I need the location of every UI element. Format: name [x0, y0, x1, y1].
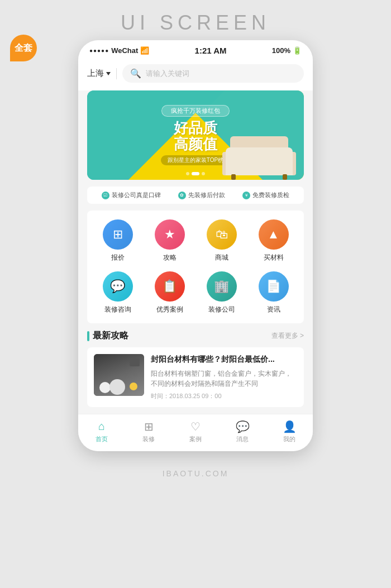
- green-bar-accent: [87, 331, 89, 341]
- icon-label-maicailiao: 买材料: [264, 253, 284, 262]
- article-card[interactable]: 封阳台材料有哪些？封阳台最低价... 阳台材料有钢塑门窗，铝合金窗户，实木窗户，…: [87, 347, 304, 407]
- banner-sofa-illustration: [220, 130, 298, 180]
- trust-item-1: ☑ 装修公司真是口碑: [102, 191, 161, 199]
- icon-label-shangcheng: 商城: [215, 253, 228, 262]
- nav-item-cases[interactable]: ♡ 案例: [179, 420, 212, 443]
- icon-item-company[interactable]: 🏢 装修公司: [199, 271, 244, 314]
- nav-label-decoration: 装修: [142, 435, 155, 443]
- icon-item-baojia[interactable]: ⊞ 报价: [96, 219, 140, 262]
- icon-item-zixun2[interactable]: 📄 资讯: [251, 271, 296, 314]
- icon-item-gonglue[interactable]: ★ 攻略: [147, 219, 192, 262]
- dot-1: [186, 172, 189, 175]
- city-selector[interactable]: 上海: [87, 68, 111, 79]
- status-time: 1:21 AM: [195, 46, 227, 55]
- section-header: 最新攻略 查看更多 >: [78, 330, 313, 347]
- status-left: ●●●●● WeChat 📶: [89, 46, 149, 55]
- sofa-body: [226, 147, 293, 175]
- icon-circle-maicailiao: ▲: [259, 219, 289, 250]
- banner-tag: 疯抢千万装修红包: [161, 105, 230, 117]
- icon-label-company: 装修公司: [208, 305, 235, 314]
- search-divider: [116, 68, 117, 79]
- icon-circle-anli: 📋: [155, 271, 185, 302]
- thumbnail-circle2: [109, 379, 125, 395]
- icon-label-gonglue: 攻略: [163, 253, 177, 262]
- icon-item-shangcheng[interactable]: 🛍 商城: [199, 219, 244, 262]
- badge-container: 全套: [10, 35, 37, 61]
- icon-label-anli: 优秀案例: [156, 305, 183, 314]
- icon-circle-baojia: ⊞: [103, 219, 133, 250]
- icon-item-anli[interactable]: 📋 优秀案例: [147, 271, 192, 314]
- thumbnail-yellow: [130, 383, 137, 390]
- article-img-inner: [94, 354, 144, 396]
- icon-circle-zixun: 💬: [103, 271, 133, 302]
- section-more-link[interactable]: 查看更多 >: [271, 331, 304, 341]
- badge: 全套: [10, 35, 37, 61]
- banner[interactable]: 疯抢千万装修红包 好品质 高颜值 跟别星主的家装TOP榜: [87, 90, 304, 180]
- icon-item-maicailiao[interactable]: ▲ 买材料: [251, 219, 296, 262]
- trust-text-2: 先装修后付款: [188, 191, 225, 199]
- search-icon: 🔍: [130, 68, 141, 79]
- battery-icon: 🔋: [293, 46, 302, 55]
- icon-circle-shangcheng: 🛍: [207, 219, 237, 250]
- carrier-text: WeChat: [111, 46, 138, 55]
- nav-item-home[interactable]: ⌂ 首页: [85, 420, 118, 443]
- messages-icon: 💬: [236, 420, 249, 433]
- icon-grid: ⊞ 报价 ★ 攻略 🛍 商城 ▲ 买材料 💬: [87, 211, 304, 323]
- article-content: 封阳台材料有哪些？封阳台最低价... 阳台材料有钢塑门窗，铝合金窗户，实木窗户，…: [151, 354, 297, 400]
- trust-text-3: 免费装修质检: [252, 191, 289, 199]
- section-title: 最新攻略: [87, 330, 128, 342]
- sofa-leg-right: [283, 174, 287, 180]
- article-title: 封阳台材料有哪些？封阳台最低价...: [151, 354, 297, 365]
- icon-label-zixun2: 资讯: [267, 305, 280, 314]
- profile-icon: 👤: [283, 420, 296, 433]
- nav-item-profile[interactable]: 👤 我的: [273, 420, 306, 443]
- icon-circle-company: 🏢: [207, 271, 237, 302]
- article-thumbnail: [94, 354, 144, 396]
- bottom-nav: ⌂ 首页 ⊞ 装修 ♡ 案例 💬 消息 👤 我的: [78, 414, 313, 451]
- trust-icon-3: ¥: [242, 192, 250, 199]
- icon-label-baojia: 报价: [111, 253, 125, 262]
- nav-item-messages[interactable]: 💬 消息: [226, 420, 259, 443]
- thumbnail-rect: [130, 358, 140, 366]
- dot-2-active: [192, 172, 199, 175]
- phone-frame: ●●●●● WeChat 📶 1:21 AM 100% 🔋 上海 🔍 请输入关键…: [78, 40, 313, 451]
- trust-item-3: ¥ 免费装修质检: [242, 191, 289, 199]
- thumbnail-circle1: [99, 382, 111, 393]
- nav-label-messages: 消息: [236, 435, 249, 443]
- nav-label-home: 首页: [96, 435, 108, 443]
- wifi-icon: 📶: [140, 46, 149, 55]
- cases-icon: ♡: [189, 420, 202, 433]
- trust-icon-1: ☑: [102, 192, 109, 199]
- article-description: 阳台材料有钢塑门窗，铝合金窗户，实木窗户，不同的材料会对隔热和隔音产生不同: [151, 369, 297, 389]
- status-bar: ●●●●● WeChat 📶 1:21 AM 100% 🔋: [78, 40, 313, 59]
- sofa-leg-left: [231, 174, 236, 180]
- article-time: 时间：2018.03.25 09：00: [151, 392, 297, 400]
- icon-circle-zixun2: 📄: [259, 271, 289, 302]
- trust-text-1: 装修公司真是口碑: [112, 191, 161, 199]
- signal-dots: ●●●●●: [89, 47, 109, 54]
- search-input-area[interactable]: 🔍 请输入关键词: [122, 64, 304, 83]
- nav-item-decoration[interactable]: ⊞ 装修: [132, 420, 165, 443]
- section-title-text: 最新攻略: [93, 330, 128, 342]
- search-bar: 上海 🔍 请输入关键词: [78, 59, 313, 90]
- home-icon: ⌂: [95, 420, 108, 433]
- icon-row-2: 💬 装修咨询 📋 优秀案例 🏢 装修公司 📄 资讯: [92, 271, 299, 314]
- icon-item-zixun[interactable]: 💬 装修咨询: [96, 271, 140, 314]
- page-title: UI SCREEN: [0, 0, 391, 40]
- dot-3: [202, 172, 205, 175]
- banner-dots: [186, 172, 205, 175]
- chevron-down-icon: [106, 72, 111, 75]
- icon-label-zixun: 装修咨询: [104, 305, 131, 314]
- trust-bar: ☑ 装修公司真是口碑 ✿ 先装修后付款 ¥ 免费装修质检: [87, 187, 304, 204]
- trust-icon-2: ✿: [178, 192, 186, 199]
- footer-text: IBAOTU.COM: [163, 462, 229, 488]
- status-right: 100% 🔋: [272, 46, 302, 55]
- trust-item-2: ✿ 先装修后付款: [178, 191, 225, 199]
- icon-row-1: ⊞ 报价 ★ 攻略 🛍 商城 ▲ 买材料: [92, 219, 299, 262]
- battery-text: 100%: [272, 46, 290, 55]
- nav-label-cases: 案例: [189, 435, 202, 443]
- nav-label-profile: 我的: [283, 435, 295, 443]
- city-name: 上海: [87, 68, 104, 79]
- search-placeholder: 请输入关键词: [146, 69, 189, 79]
- decoration-icon: ⊞: [142, 420, 155, 433]
